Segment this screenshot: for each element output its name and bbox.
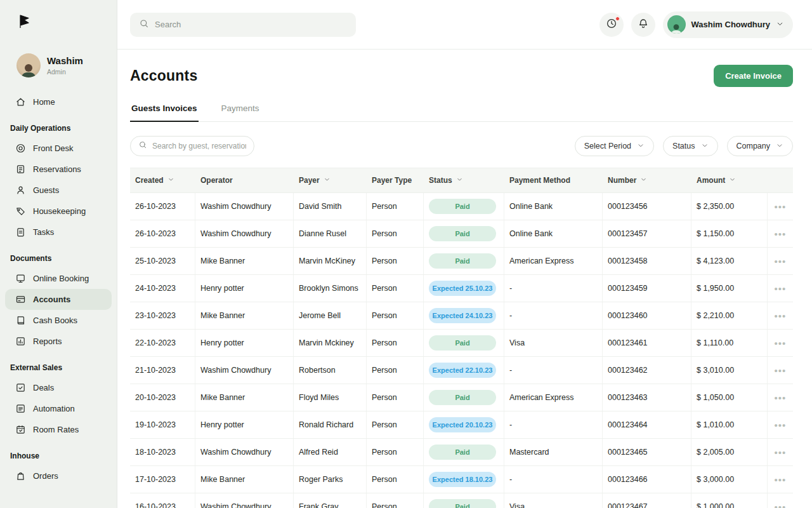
cell-amount: $ 1,010.00 [691,411,768,438]
table-row[interactable]: 17-10-2023Mike BannerRoger ParksPersonEx… [130,466,793,493]
sidebar-item-reports[interactable]: Reports [5,331,112,352]
row-menu-button[interactable]: ••• [775,447,787,458]
row-menu-button[interactable]: ••• [775,283,787,294]
sidebar-item-cash-books[interactable]: Cash Books [5,310,112,331]
sidebar-item-orders[interactable]: Orders [5,465,112,486]
row-menu-button[interactable]: ••• [775,474,787,485]
nav-section-label: External Sales [10,363,107,372]
cell-created: 18-10-2023 [130,439,195,465]
table-row[interactable]: 16-10-2023Washim ChowdhuryFrank GrayPers… [130,493,793,508]
cell-status: Paid [424,248,504,274]
cell-payer: Jerome Bell [294,302,367,329]
column-header-amount[interactable]: Amount [691,168,768,192]
chevron-down-icon [776,142,783,151]
profile-avatar [16,53,41,77]
column-header-status[interactable]: Status [424,168,504,192]
cell-operator: Washim Chowdhury [195,193,294,220]
sidebar-item-guests[interactable]: Guests [5,180,112,201]
online-booking-icon [15,273,26,284]
tabs: Guests InvoicesPayments [130,104,793,122]
sidebar-item-label: Online Booking [33,274,89,283]
sidebar-item-label: Automation [33,404,75,413]
reservations-icon [15,164,26,175]
sidebar-item-label: Room Rates [33,425,79,434]
row-menu-button[interactable]: ••• [775,229,787,239]
notifications-button[interactable] [631,13,655,37]
cell-amount: $ 4,123.00 [691,248,768,274]
tab-guests-invoices[interactable]: Guests Invoices [130,104,199,121]
cell-payer-type: Person [367,466,424,493]
column-header-number[interactable]: Number [603,168,691,192]
sidebar-item-housekeeping[interactable]: Housekeeping [5,201,112,222]
column-header-payer[interactable]: Payer [294,168,367,192]
status-badge: Expected 22.10.23 [429,363,496,378]
sidebar-item-room-rates[interactable]: Room Rates [5,419,112,440]
sidebar-profile[interactable]: Washim Admin [0,32,117,77]
app-logo [0,11,117,32]
cell-amount: $ 1,000.00 [691,493,768,508]
table-row[interactable]: 19-10-2023Henry potterRonald RichardPers… [130,411,793,439]
table-row[interactable]: 25-10-2023Mike BannerMarvin McKineyPerso… [130,248,793,275]
cell-created: 24-10-2023 [130,275,195,302]
sidebar-item-home[interactable]: Home [5,91,112,112]
cell-created: 19-10-2023 [130,411,195,438]
global-search-input[interactable] [155,20,347,29]
chevron-down-icon [640,176,647,185]
table-search[interactable] [130,136,254,156]
table-row[interactable]: 24-10-2023Henry potterBrooklyn SimonsPer… [130,275,793,302]
cell-payer: Roger Parks [294,466,367,493]
table-row[interactable]: 18-10-2023Washim ChowdhuryAlfred ReidPer… [130,439,793,466]
row-menu-button[interactable]: ••• [775,256,787,267]
cell-amount: $ 2,210.00 [691,302,768,329]
user-name: Washim Chowdhury [691,20,770,29]
dropdown-select-period[interactable]: Select Period [575,136,654,156]
user-menu[interactable]: Washim Chowdhury [663,11,793,38]
sidebar-item-automation[interactable]: Automation [5,398,112,419]
dropdown-company[interactable]: Company [727,136,794,156]
row-menu-button[interactable]: ••• [775,201,787,212]
search-icon [138,140,147,152]
table-row[interactable]: 26-10-2023Washim ChowdhuryDavid SmithPer… [130,193,793,220]
cell-amount: $ 3,010.00 [691,357,768,384]
column-label: Status [429,176,452,185]
table-row[interactable]: 23-10-2023Mike BannerJerome BellPersonEx… [130,302,793,330]
sidebar-item-label: Reservations [33,164,81,174]
row-menu-button[interactable]: ••• [775,311,787,321]
tab-payments[interactable]: Payments [220,104,261,121]
table-row[interactable]: 22-10-2023Henry potterMarvin MckineyPers… [130,330,793,357]
sidebar-item-label: Orders [33,471,58,481]
history-button[interactable] [599,13,624,37]
sidebar-item-tasks[interactable]: Tasks [5,222,112,243]
column-header-created[interactable]: Created [130,168,195,192]
table-row[interactable]: 20-10-2023Mike BannerFloyd MilesPersonPa… [130,384,793,411]
cell-number: 000123458 [603,248,691,274]
row-menu-button[interactable]: ••• [775,420,787,431]
sidebar-item-accounts[interactable]: Accounts [5,289,112,310]
cell-amount: $ 1,950.00 [691,275,768,302]
cell-operator: Mike Banner [195,302,294,329]
content: Accounts Create Invoice Guests InvoicesP… [117,50,812,508]
search-icon [139,18,149,31]
row-menu-button[interactable]: ••• [775,365,787,376]
dropdown-status[interactable]: Status [663,136,717,156]
row-menu-button[interactable]: ••• [775,502,787,508]
cell-payer: Frank Gray [294,493,367,508]
cell-payer-type: Person [367,357,424,384]
column-label: Operator [200,176,233,185]
cell-payer: Brooklyn Simons [294,275,367,302]
create-invoice-button[interactable]: Create Invoice [714,65,793,87]
row-menu-button[interactable]: ••• [775,392,787,403]
sidebar-item-online-booking[interactable]: Online Booking [5,268,112,289]
column-label: Payer [299,176,320,185]
chevron-down-icon [324,176,331,185]
global-search[interactable] [130,13,356,37]
row-menu-button[interactable]: ••• [775,338,787,349]
sidebar-item-front-desk[interactable]: Front Desk [5,138,112,159]
cell-payer-type: Person [367,330,424,356]
table-row[interactable]: 21-10-2023Washim ChowdhuryRobertsonPerso… [130,357,793,384]
sidebar-item-reservations[interactable]: Reservations [5,159,112,180]
table-search-input[interactable] [152,142,246,150]
table-row[interactable]: 26-10-2023Washim ChowdhuryDianne RuselPe… [130,220,793,248]
sidebar-item-deals[interactable]: Deals [5,377,112,398]
chevron-down-icon [776,19,784,30]
